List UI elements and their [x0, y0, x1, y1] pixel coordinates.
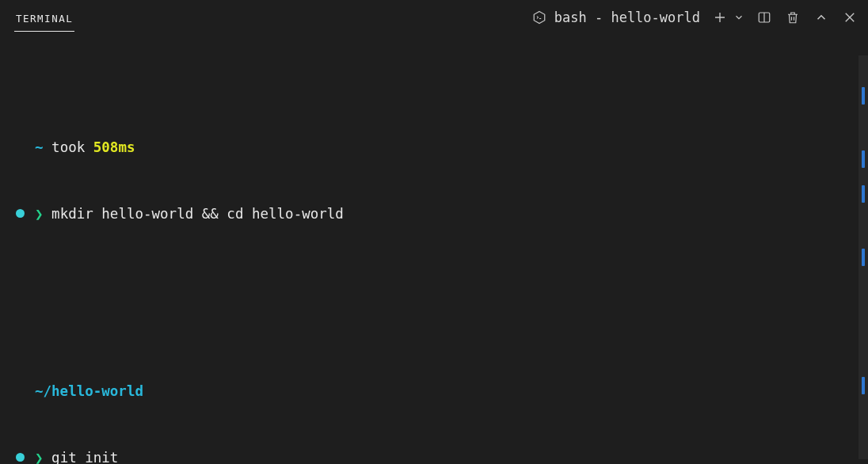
bash-icon [531, 9, 548, 26]
status-dot-icon [16, 209, 25, 218]
close-panel-button[interactable] [841, 9, 858, 26]
kill-terminal-button[interactable] [784, 9, 801, 26]
terminal-output[interactable]: ~ took 508ms ❯ mkdir hello-world && cd h… [0, 35, 868, 464]
prompt-line: ~ took 508ms [16, 136, 852, 158]
marker-icon [862, 377, 865, 394]
titlebar-actions: bash - hello-world [531, 9, 858, 26]
minimap-markers [859, 87, 866, 440]
new-terminal-button[interactable] [711, 9, 729, 26]
terminal-dropdown-button[interactable] [733, 9, 744, 26]
marker-icon [862, 249, 865, 266]
split-terminal-button[interactable] [756, 9, 773, 26]
shell-label[interactable]: bash - hello-world [531, 9, 700, 26]
prompt-line: ~/hello-world [16, 380, 852, 402]
panel-titlebar: TERMINAL bash - hello-world [0, 0, 868, 35]
marker-icon [862, 150, 865, 168]
tab-terminal[interactable]: TERMINAL [14, 3, 74, 32]
shell-label-text: bash - hello-world [554, 10, 700, 25]
command-line: ❯ git init [16, 447, 852, 464]
marker-icon [862, 87, 865, 105]
command-line: ❯ mkdir hello-world && cd hello-world [16, 203, 852, 225]
maximize-panel-button[interactable] [813, 9, 830, 26]
marker-icon [862, 185, 865, 203]
status-dot-icon [16, 453, 25, 462]
